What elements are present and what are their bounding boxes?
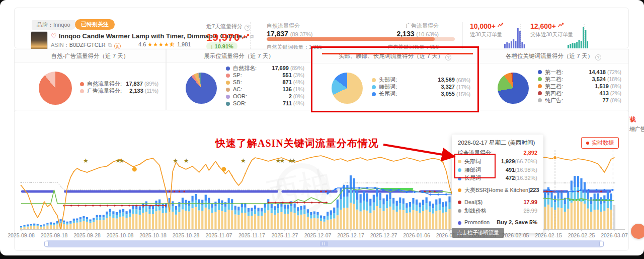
chart-range-scrollbar[interactable] bbox=[44, 240, 604, 247]
annotation-red-underline bbox=[322, 53, 473, 54]
svg-text:2025-12-17: 2025-12-17 bbox=[337, 232, 364, 238]
svg-text:2025-10-28: 2025-10-28 bbox=[173, 232, 200, 238]
svg-text:2025-11-07: 2025-11-07 bbox=[206, 232, 232, 238]
svg-text:★: ★ bbox=[83, 157, 89, 164]
svg-text:2026-03-07: 2026-03-07 bbox=[601, 232, 628, 238]
tooltip-date: 2026-02-17 星期二 (美西时间) bbox=[458, 139, 537, 147]
tooltip-keyword-row: 腰部词491(16.98%) bbox=[458, 167, 537, 174]
series-dot-icon bbox=[458, 201, 461, 204]
tooltip-summary-row: 综合流量得分: 2,892 bbox=[458, 150, 537, 157]
svg-text:2026-01-06: 2026-01-06 bbox=[403, 232, 430, 238]
series-dot-icon bbox=[458, 177, 461, 180]
scrollbar-right-handle[interactable] bbox=[599, 241, 604, 247]
svg-text:★: ★ bbox=[291, 157, 296, 164]
realtime-data-button[interactable]: 实时数据 bbox=[581, 137, 619, 149]
tooltip-keyword-row: 长尾词472(16.32%) bbox=[458, 175, 537, 182]
svg-text:★: ★ bbox=[184, 157, 189, 164]
tooltip-keyword-row: 头部词1,929(66.70%) bbox=[458, 158, 537, 165]
svg-text:2025-10-08: 2025-10-08 bbox=[107, 232, 134, 238]
svg-text:2025-09-08: 2025-09-08 bbox=[8, 232, 35, 238]
series-dot-icon bbox=[458, 160, 461, 163]
svg-text:2025-12-07: 2025-12-07 bbox=[304, 232, 332, 238]
svg-text:2026-02-05: 2026-02-05 bbox=[502, 232, 529, 238]
svg-text:★: ★ bbox=[279, 157, 285, 164]
floating-action-button[interactable] bbox=[631, 224, 644, 239]
tooltip-promo-row: Promotion Buy 2, Save 5% bbox=[458, 219, 537, 226]
svg-text:★: ★ bbox=[173, 157, 178, 164]
series-dot-icon bbox=[458, 168, 461, 172]
svg-text:★: ★ bbox=[119, 157, 124, 164]
annotation-text: 快速了解ASIN关键词流量分布情况 bbox=[215, 137, 379, 150]
svg-text:2026-02-15: 2026-02-15 bbox=[535, 232, 562, 238]
hint-bubble: 点击柱子诊断流量 bbox=[452, 228, 504, 238]
svg-text:2026-02-25: 2026-02-25 bbox=[568, 232, 595, 238]
traffic-trend-chart[interactable]: 西柚★★★★★★★★★★2025-09-082025-09-182025-09-… bbox=[0, 0, 644, 255]
svg-text:2025-12-27: 2025-12-27 bbox=[370, 232, 397, 238]
scrollbar-drag-nub[interactable] bbox=[320, 241, 328, 246]
svg-text:★: ★ bbox=[240, 157, 246, 164]
svg-text:2025-10-18: 2025-10-18 bbox=[139, 232, 167, 238]
scrollbar-left-handle[interactable] bbox=[44, 241, 49, 247]
series-dot-icon bbox=[458, 209, 461, 213]
tooltip-strike-row: 划线价格 28.99 bbox=[458, 208, 537, 215]
series-dot-icon bbox=[458, 221, 461, 225]
series-dot-icon bbox=[458, 188, 461, 192]
svg-text:2025-09-18: 2025-09-18 bbox=[41, 232, 68, 238]
dot-icon bbox=[586, 142, 589, 145]
svg-text:2025-09-28: 2025-09-28 bbox=[73, 232, 101, 238]
svg-text:2025-11-17: 2025-11-17 bbox=[238, 232, 265, 238]
svg-text:2025-11-27: 2025-11-27 bbox=[272, 232, 298, 238]
tooltip-bsr-row: 大类BSR[Home & Kitchen] 223 bbox=[458, 187, 537, 194]
tooltip-deal-row: Deal($) 17.99 bbox=[458, 199, 537, 206]
chart-tooltip: 2026-02-17 星期二 (美西时间) 综合流量得分: 2,892 头部词1… bbox=[452, 135, 543, 233]
tooltip-keyword-rows: 头部词1,929(66.70%)腰部词491(16.98%)长尾词472(16.… bbox=[458, 158, 537, 182]
app-window: 品牌：Innqoo 已特别关注 ♡Innqoo Candle Warmer La… bbox=[0, 0, 644, 255]
screenshot-root: 品牌：Innqoo 已特别关注 ♡Innqoo Candle Warmer La… bbox=[0, 0, 644, 259]
